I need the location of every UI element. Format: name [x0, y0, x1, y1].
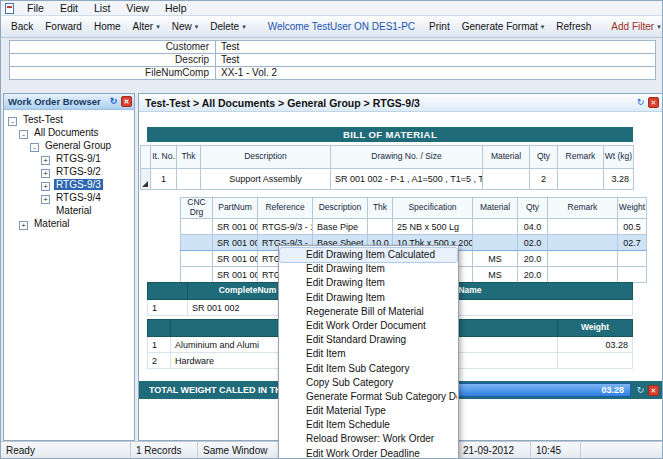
- bom-col-qty[interactable]: Qty: [530, 146, 558, 169]
- tree-expander-icon[interactable]: -: [19, 130, 28, 139]
- print-label: Print: [429, 21, 450, 32]
- close-icon[interactable]: [648, 385, 659, 396]
- parts-cell-thk: [368, 219, 393, 235]
- parts-cell-remark: [548, 267, 618, 283]
- tree-expander-icon[interactable]: +: [41, 195, 50, 204]
- tree-item-material-root[interactable]: +Material: [4, 217, 134, 230]
- customer-field[interactable]: Test: [216, 41, 656, 54]
- context-menu-item[interactable]: Edit Material Type: [280, 404, 457, 418]
- context-menu-item[interactable]: Edit Drawing Item: [280, 262, 457, 276]
- filenumcomp-field[interactable]: XX-1 - Vol. 2: [216, 67, 656, 80]
- bom-cell-wt: 3.28: [604, 169, 634, 190]
- bom-col-remark[interactable]: Remark: [558, 146, 604, 169]
- parts-cell-partnum: SR 001 002: [213, 235, 258, 251]
- refresh-icon[interactable]: [635, 385, 646, 396]
- forward-button[interactable]: Forward: [39, 19, 88, 34]
- tree-item-rtgs-9-2[interactable]: +RTGS-9/2: [4, 165, 134, 178]
- category-col-index[interactable]: [148, 320, 171, 337]
- bom-col-wt[interactable]: Wt (kg): [604, 146, 634, 169]
- parts-col-partnum[interactable]: PartNum: [213, 198, 258, 219]
- tree-expander-icon[interactable]: -: [8, 117, 17, 126]
- tree-expander-icon[interactable]: +: [41, 169, 50, 178]
- menu-bar: File Edit List View Help: [1, 1, 662, 16]
- refresh-button[interactable]: Refresh: [550, 19, 597, 34]
- parts-cell-qty: 20.0: [518, 251, 548, 267]
- context-menu-item[interactable]: Edit Drawing Item: [280, 291, 457, 305]
- context-menu-item[interactable]: Edit Item: [280, 347, 457, 361]
- refresh-icon[interactable]: [108, 96, 119, 107]
- refresh-icon[interactable]: [635, 97, 646, 108]
- category-cell-index: 2: [148, 353, 171, 369]
- context-menu-item[interactable]: Edit Item Sub Category: [280, 362, 457, 376]
- completenum-col-index[interactable]: [148, 283, 188, 300]
- parts-col-thk[interactable]: Thk: [368, 198, 393, 219]
- delete-button[interactable]: Delete: [204, 19, 251, 34]
- context-menu-item[interactable]: Edit Standard Drawing: [280, 333, 457, 347]
- context-menu-item[interactable]: Copy Sub Category: [280, 376, 457, 390]
- status-time: 10:45: [531, 442, 581, 459]
- menu-list[interactable]: List: [86, 1, 118, 16]
- tree-item-material[interactable]: Material: [4, 204, 134, 217]
- completenum-cell-index: 1: [148, 300, 188, 316]
- new-button[interactable]: New: [166, 19, 205, 34]
- bom-col-itno[interactable]: It. No.: [151, 146, 177, 169]
- context-menu-item[interactable]: Generate Format Sub Category Definitions: [280, 390, 457, 404]
- parts-col-weight[interactable]: Weight: [618, 198, 647, 219]
- tree-item-label: RTGS-9/3: [54, 179, 103, 190]
- bom-cell-thk: [177, 169, 201, 190]
- parts-col-specification[interactable]: Specification: [393, 198, 473, 219]
- form-row: FileNumComp XX-1 - Vol. 2: [10, 67, 656, 80]
- parts-col-reference[interactable]: Reference: [258, 198, 313, 219]
- context-menu-item[interactable]: Edit Work Order Deadline: [280, 447, 457, 459]
- parts-col-qty[interactable]: Qty: [518, 198, 548, 219]
- bom-col-description[interactable]: Description: [201, 146, 331, 169]
- print-button[interactable]: Print: [423, 19, 456, 34]
- context-menu-item[interactable]: Edit Item Schedule: [280, 418, 457, 432]
- context-menu-item[interactable]: Edit Work Order Document: [280, 319, 457, 333]
- close-icon[interactable]: [121, 96, 132, 107]
- home-button[interactable]: Home: [88, 19, 127, 34]
- parts-row[interactable]: SR 001 002 RTGS-9/3 - 1 Base Pipe 25 NB …: [181, 219, 647, 235]
- tree-expander-icon[interactable]: +: [19, 221, 28, 230]
- context-menu-item[interactable]: Edit Drawing Item: [280, 276, 457, 290]
- tree-expander-icon[interactable]: +: [41, 182, 50, 191]
- tree-expander-icon[interactable]: -: [30, 143, 39, 152]
- tree-item-label: RTGS-9/1: [54, 153, 103, 164]
- bom-data-row[interactable]: 1 Support Assembly SR 001 002 - P-1 , A1…: [141, 169, 634, 190]
- close-icon[interactable]: [648, 97, 659, 108]
- tree-item-all-documents[interactable]: -All Documents: [4, 126, 134, 139]
- parts-col-description[interactable]: Description: [313, 198, 368, 219]
- tree-expander-icon[interactable]: +: [41, 156, 50, 165]
- tree-item-general-group[interactable]: -General Group: [4, 139, 134, 152]
- bom-col-thk[interactable]: Thk: [177, 146, 201, 169]
- home-label: Home: [94, 21, 121, 32]
- tree-item-test-test[interactable]: -Test-Test: [4, 113, 134, 126]
- menu-help[interactable]: Help: [157, 1, 195, 16]
- alter-button[interactable]: Alter: [127, 19, 166, 34]
- tree-item-rtgs-9-4[interactable]: +RTGS-9/4: [4, 191, 134, 204]
- bom-col-drawing[interactable]: Drawing No. / Size: [331, 146, 483, 169]
- generate-format-button[interactable]: Generate Format: [456, 19, 551, 34]
- parts-cell-material: MS: [473, 251, 518, 267]
- add-filter-button[interactable]: Add Filter: [605, 19, 663, 34]
- parts-col-cncdrg[interactable]: CNC Drg: [181, 198, 213, 219]
- context-menu-item[interactable]: Reload Browser: Work Order: [280, 432, 457, 446]
- menu-view[interactable]: View: [118, 1, 157, 16]
- context-menu-item[interactable]: Regenerate Bill of Material: [280, 305, 457, 319]
- tree-item-rtgs-9-3-selected[interactable]: +RTGS-9/3: [4, 178, 134, 191]
- tree-item-label: RTGS-9/2: [54, 166, 103, 177]
- parts-col-material[interactable]: Material: [473, 198, 518, 219]
- menu-file[interactable]: File: [19, 1, 52, 16]
- parts-col-remark[interactable]: Remark: [548, 198, 618, 219]
- category-col-weight[interactable]: Weight: [558, 320, 633, 337]
- context-menu-item[interactable]: Edit Drawing Item Calculated: [280, 248, 457, 262]
- descrip-field[interactable]: Test: [216, 54, 656, 67]
- menu-edit[interactable]: Edit: [52, 1, 86, 16]
- bom-row-gutter: [141, 169, 151, 190]
- tree-item-rtgs-9-1[interactable]: +RTGS-9/1: [4, 152, 134, 165]
- status-date: 21-09-2012: [458, 442, 531, 459]
- parts-header-row: CNC Drg PartNum Reference Description Th…: [181, 198, 647, 219]
- bom-col-material[interactable]: Material: [483, 146, 530, 169]
- parts-cell-cnc: [181, 219, 213, 235]
- back-button[interactable]: Back: [5, 19, 39, 34]
